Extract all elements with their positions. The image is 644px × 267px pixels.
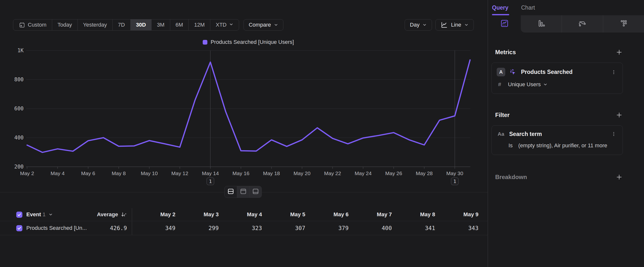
range-label: Yesterday xyxy=(83,22,107,28)
x-axis-label: May 30 xyxy=(446,170,463,176)
event-name-cell: Products Searched [Un... xyxy=(16,225,90,231)
row-checkbox[interactable] xyxy=(16,225,22,231)
annotation-badge-label: 1 xyxy=(453,178,456,184)
add-filter-button[interactable] xyxy=(616,112,622,118)
filter-value[interactable]: (empty string), Air purifier, or 11 more xyxy=(518,142,607,149)
filter-property-name: Search term xyxy=(509,131,606,137)
event-header-cell: Event 1 xyxy=(16,211,90,218)
panel-tabs: Query Chart xyxy=(488,0,644,15)
average-value-cell: 426.9 xyxy=(90,225,127,231)
split-view-icon xyxy=(227,188,234,196)
day-value-cell: 341 xyxy=(392,225,435,231)
flows-icon xyxy=(578,19,587,29)
table-header-row: Event 1 Average May 2May 3May 4May 5May xyxy=(0,208,488,221)
line-chart: 2004006008001KMay 2May 4May 6May 8May 10… xyxy=(0,48,488,187)
range-button-yesterday[interactable]: Yesterday xyxy=(78,20,112,30)
series-letter-badge: A xyxy=(497,68,505,76)
range-button-today[interactable]: Today xyxy=(52,20,78,30)
day-value-cell: 379 xyxy=(305,225,348,231)
x-axis-label: May 26 xyxy=(385,170,402,176)
compare-label: Compare xyxy=(249,22,271,28)
y-axis-label: 600 xyxy=(14,106,24,112)
view-toggle-split-view[interactable] xyxy=(224,186,237,197)
insights-icon xyxy=(500,19,509,29)
report-tab-flows[interactable] xyxy=(562,15,603,33)
x-axis-label: May 24 xyxy=(355,170,372,176)
day-value-cell: 299 xyxy=(176,225,219,231)
y-axis-label: 200 xyxy=(14,164,24,170)
legend-item[interactable]: Products Searched [Unique Users] xyxy=(203,39,294,45)
chevron-down-icon xyxy=(464,23,468,27)
chevron-down-icon xyxy=(274,23,278,27)
event-dropdown[interactable]: Event 1 xyxy=(26,211,53,218)
chevron-down-icon xyxy=(543,82,548,87)
compare-button[interactable]: Compare xyxy=(244,19,284,31)
filter-title: Filter xyxy=(495,112,510,118)
event-name: Products Searched [Un... xyxy=(26,225,87,231)
chart-toolbar: CustomTodayYesterday7D30D3M6M12MXTD Comp… xyxy=(13,19,474,31)
add-breakdown-button[interactable] xyxy=(616,174,622,180)
filter-operator[interactable]: Is xyxy=(508,142,515,149)
range-label: 7D xyxy=(118,22,125,28)
day-column-header: May 8 xyxy=(392,211,435,218)
range-button-7d[interactable]: 7D xyxy=(112,20,130,30)
report-tab-retention[interactable] xyxy=(603,15,644,33)
chart-type-button[interactable]: Line xyxy=(436,19,474,31)
range-button-12m[interactable]: 12M xyxy=(188,20,210,30)
measure-dropdown[interactable]: Unique Users xyxy=(508,81,548,88)
tab-query[interactable]: Query xyxy=(492,5,508,15)
view-toggle-chart-only-view[interactable] xyxy=(237,186,249,197)
x-axis-label: May 16 xyxy=(232,170,250,176)
range-button-30d[interactable]: 30D xyxy=(130,20,151,30)
filter-section-header: Filter xyxy=(495,112,622,118)
x-axis-label: May 6 xyxy=(81,170,95,176)
x-axis-label: May 14 xyxy=(202,170,219,176)
range-button-3m[interactable]: 3M xyxy=(151,20,170,30)
string-type-badge: Aa xyxy=(497,131,505,137)
x-axis-label: May 22 xyxy=(324,170,341,176)
chart-only-view-icon xyxy=(240,188,247,196)
range-button-6m[interactable]: 6M xyxy=(170,20,189,30)
range-label: 12M xyxy=(194,22,205,28)
day-value-cell: 323 xyxy=(219,225,262,231)
chart-legend: Products Searched [Unique Users] xyxy=(26,39,470,45)
chart-type-label: Line xyxy=(451,22,461,28)
report-tab-funnels[interactable] xyxy=(521,15,562,33)
x-axis-label: May 18 xyxy=(263,170,280,176)
chevron-down-icon xyxy=(229,22,234,28)
granularity-button[interactable]: Day xyxy=(405,19,432,31)
chevron-down-icon xyxy=(48,212,53,217)
range-label: 3M xyxy=(157,22,164,28)
range-label: 30D xyxy=(136,22,146,28)
event-count: 1 xyxy=(42,211,46,218)
filter-kebab-menu-icon[interactable] xyxy=(610,131,617,137)
day-value-cell: 400 xyxy=(348,225,392,231)
metric-card[interactable]: A Products Searched # Uniq xyxy=(492,63,623,94)
toolbar-right: Day Line xyxy=(405,19,474,31)
range-label: XTD xyxy=(216,22,226,28)
metrics-title: Metrics xyxy=(495,49,516,56)
select-all-checkbox[interactable] xyxy=(16,212,22,218)
range-button-custom[interactable]: Custom xyxy=(13,20,52,30)
view-toggle-table-only-view[interactable] xyxy=(249,186,262,197)
panel-content: Metrics A Products Searched xyxy=(488,33,644,181)
range-button-xtd[interactable]: XTD xyxy=(210,20,239,30)
table-only-view-icon xyxy=(252,188,259,196)
report-tab-insights[interactable] xyxy=(488,15,521,33)
day-column-header: May 2 xyxy=(132,211,176,218)
average-label: Average xyxy=(97,211,118,218)
retention-dots-icon xyxy=(619,19,628,29)
add-metric-button[interactable] xyxy=(616,49,622,55)
table-data-row: Products Searched [Un... 426.9 349299323… xyxy=(0,221,488,235)
view-toggle-group xyxy=(224,186,262,198)
range-label: 6M xyxy=(176,22,183,28)
breakdown-table: Event 1 Average May 2May 3May 4May 5May xyxy=(0,208,488,235)
metric-name: Products Searched xyxy=(521,69,606,75)
metric-kebab-menu-icon[interactable] xyxy=(610,69,617,76)
average-header-cell[interactable]: Average xyxy=(90,211,127,218)
line-chart-icon xyxy=(440,21,448,29)
tab-chart[interactable]: Chart xyxy=(521,5,535,15)
day-column-header: May 9 xyxy=(435,211,478,218)
filter-card[interactable]: Aa Search term Is (empty string), Air pu… xyxy=(492,125,623,155)
event-label: Event xyxy=(26,211,41,218)
